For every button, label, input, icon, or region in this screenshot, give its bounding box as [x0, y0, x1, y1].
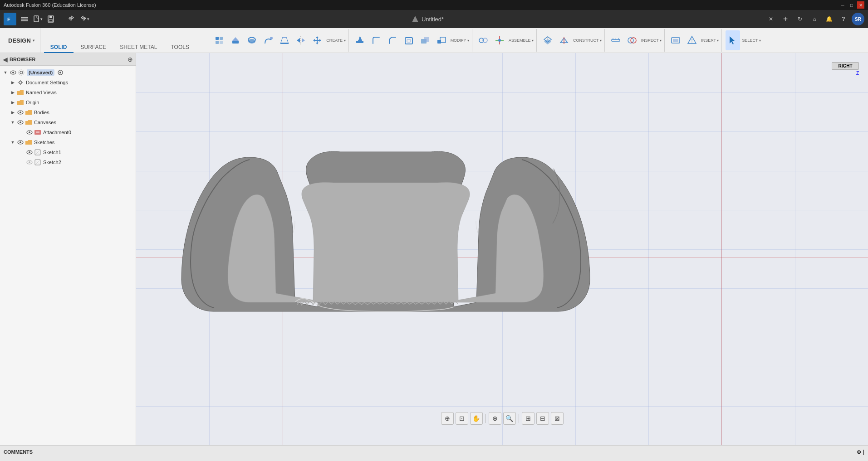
doc-settings-icon: [16, 78, 25, 87]
undo-button[interactable]: [65, 13, 78, 25]
orbit-button[interactable]: ⊕: [441, 412, 454, 425]
assemble-group: ASSEMBLE ▾: [473, 29, 537, 52]
sweep-button[interactable]: [261, 30, 275, 50]
tree-item-attachment0[interactable]: ▶ Attachment0: [0, 127, 136, 137]
zoom-button[interactable]: 🔍: [503, 412, 516, 425]
named-views-expand[interactable]: ▶: [9, 89, 16, 96]
mirror-button[interactable]: [294, 30, 308, 50]
sketch1-label: Sketch1: [43, 150, 61, 155]
right-view-label[interactable]: RIGHT: [832, 62, 859, 70]
browser-collapse-button[interactable]: ◀: [3, 56, 8, 63]
pan-button[interactable]: ✋: [470, 412, 483, 425]
move-button[interactable]: [310, 30, 324, 50]
doc-settings-expand[interactable]: ▶: [9, 79, 16, 86]
document-title-area: Untitled*: [93, 15, 763, 23]
tree-item-named-views[interactable]: ▶ Named Views: [0, 87, 136, 97]
root-settings-icon[interactable]: [17, 68, 25, 77]
chamfer-button[interactable]: [385, 30, 400, 50]
sketch2-sketch-icon: [34, 158, 42, 166]
loft-button[interactable]: [277, 30, 292, 50]
sketch1-eye[interactable]: [25, 148, 34, 156]
offset-plane-button[interactable]: [540, 30, 555, 50]
canvases-expand[interactable]: ▼: [9, 119, 16, 126]
environment-button[interactable]: ⊠: [551, 412, 564, 425]
refresh-button[interactable]: ↻: [794, 13, 806, 25]
origin-expand[interactable]: ▶: [9, 99, 16, 106]
joint-origin-button[interactable]: [492, 30, 507, 50]
comments-expand-button[interactable]: ⊕: [857, 449, 861, 455]
plane-at-angle-button[interactable]: [557, 30, 571, 50]
grid-button[interactable]: ⊟: [536, 412, 549, 425]
svg-point-62: [19, 81, 22, 84]
viewport[interactable]: RIGHT Z ⊕ ⊡ ✋ ⊕ 🔍 ⊞ ⊟ ⊠: [136, 53, 868, 445]
tab-tools[interactable]: TOOLS: [164, 42, 195, 53]
display-mode-button[interactable]: ⊞: [522, 412, 535, 425]
new-joint-button[interactable]: [476, 30, 490, 50]
shell-button[interactable]: [402, 30, 416, 50]
app-logo[interactable]: F: [4, 13, 16, 25]
tree-item-canvases[interactable]: ▼ Canvases: [0, 117, 136, 127]
tree-item-doc-settings[interactable]: ▶ Document Settings: [0, 78, 136, 87]
tab-sheet-metal[interactable]: SHEET METAL: [113, 42, 163, 53]
help-button[interactable]: ?: [837, 13, 850, 25]
browser-settings-button[interactable]: ⊕: [128, 56, 133, 63]
close-button[interactable]: ✕: [857, 1, 864, 9]
root-visibility-eye[interactable]: [9, 68, 17, 77]
press-pull-button[interactable]: [353, 30, 367, 50]
browser-title: BROWSER: [10, 57, 126, 62]
design-mode-button[interactable]: DESIGN ▾: [3, 28, 40, 53]
fillet-button[interactable]: [369, 30, 383, 50]
home-button[interactable]: ⌂: [808, 13, 821, 25]
bodies-expand[interactable]: ▶: [9, 109, 16, 116]
comments-resize-handle[interactable]: |: [863, 449, 864, 455]
new-component-button[interactable]: [212, 30, 226, 50]
tree-item-sketches[interactable]: ▼ Sketches: [0, 137, 136, 147]
canvases-label: Canvases: [34, 120, 56, 125]
insert-mesh-button[interactable]: [685, 30, 699, 50]
interference-button[interactable]: [625, 30, 639, 50]
select-button[interactable]: [726, 30, 740, 50]
origin-label: Origin: [26, 100, 39, 105]
svg-marker-39: [544, 39, 551, 44]
combine-button[interactable]: [418, 30, 432, 50]
document-title: Untitled*: [422, 16, 444, 23]
root-lock-icon[interactable]: [56, 68, 64, 77]
new-file-button[interactable]: ▾: [31, 13, 44, 25]
save-button[interactable]: [44, 13, 57, 25]
sketches-expand[interactable]: ▼: [9, 139, 16, 146]
hamburger-menu-button[interactable]: [18, 13, 31, 25]
look-at-button[interactable]: ⊡: [456, 412, 468, 425]
bodies-eye[interactable]: [16, 108, 25, 116]
scale-button[interactable]: [434, 30, 449, 50]
insert-canvas-button[interactable]: [668, 30, 683, 50]
revolve-button[interactable]: [245, 30, 259, 50]
tree-item-bodies[interactable]: ▶ Bodies: [0, 107, 136, 117]
canvases-eye[interactable]: [16, 118, 25, 126]
redo-button[interactable]: ▾: [78, 13, 91, 25]
maximize-button[interactable]: □: [848, 1, 855, 9]
new-tab-button[interactable]: +: [779, 13, 792, 25]
close-tab-button[interactable]: ✕: [765, 13, 777, 25]
tree-item-sketch2[interactable]: ▶ Sketch2: [0, 157, 136, 167]
svg-rect-20: [283, 37, 286, 38]
notification-button[interactable]: 🔔: [823, 13, 835, 25]
measure-button[interactable]: [608, 30, 623, 50]
tree-item-root[interactable]: ▼ (Unsaved): [0, 68, 136, 78]
toolbar-tabs: SOLID SURFACE SHEET METAL TOOLS: [40, 28, 207, 53]
tab-surface[interactable]: SURFACE: [74, 42, 113, 53]
tree-item-origin[interactable]: ▶ Origin: [0, 97, 136, 107]
user-avatar[interactable]: SR: [852, 13, 864, 25]
toolbar-groups: CREATE ▾ MODIFY ▾: [207, 28, 865, 53]
tab-solid[interactable]: SOLID: [44, 42, 74, 53]
inspect-group: INSPECT ▾: [606, 29, 665, 52]
extrude-button[interactable]: [228, 30, 243, 50]
tree-item-sketch1[interactable]: ▶ Sketch1: [0, 147, 136, 157]
inspect-group-label: INSPECT ▾: [641, 38, 662, 43]
canvases-folder-icon: [25, 118, 33, 126]
minimize-button[interactable]: ─: [839, 1, 846, 9]
sketches-eye[interactable]: [16, 138, 25, 146]
zoom-fit-button[interactable]: ⊕: [489, 412, 501, 425]
root-expand-arrow[interactable]: ▼: [2, 69, 9, 76]
sketch2-eye[interactable]: [25, 158, 34, 166]
attachment0-eye[interactable]: [25, 128, 34, 136]
